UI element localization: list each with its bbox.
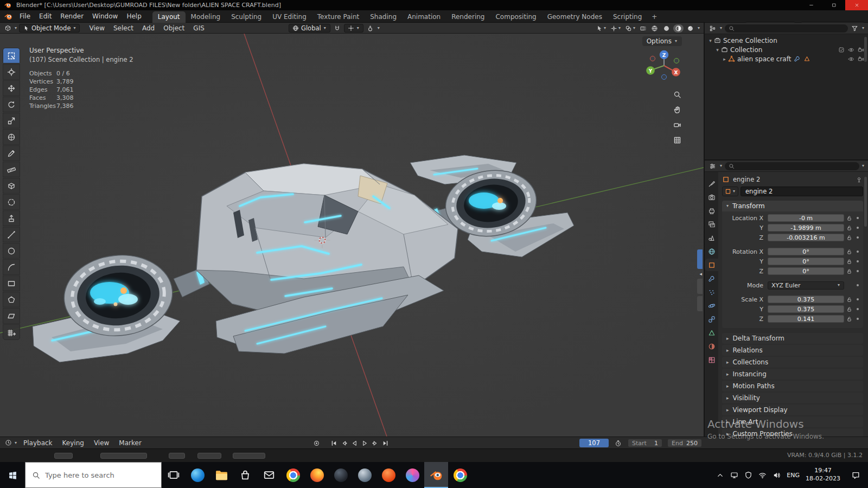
section-instancing[interactable]: ▸Instancing: [722, 369, 863, 380]
blender-menu-icon[interactable]: [4, 12, 12, 21]
properties-tab-texture[interactable]: [705, 354, 718, 366]
tool-select-circle[interactable]: [3, 194, 20, 210]
lock-open-icon[interactable]: [844, 215, 854, 221]
viewport-menu-view[interactable]: View: [85, 24, 108, 32]
properties-tab-constraints[interactable]: [705, 313, 718, 325]
shade-render-button[interactable]: [685, 24, 695, 33]
taskbar-app-file-explorer[interactable]: [209, 462, 233, 488]
camera-toggle[interactable]: [858, 47, 864, 53]
keyframe-dot[interactable]: [854, 270, 861, 272]
menu-file[interactable]: File: [15, 12, 35, 20]
tool-line-draw[interactable]: [3, 227, 20, 242]
properties-options-caret[interactable]: ▾: [862, 164, 864, 168]
keyframe-dot[interactable]: [854, 284, 861, 286]
taskbar-app-firefox[interactable]: [305, 462, 329, 488]
keyframe-dot[interactable]: [854, 318, 861, 320]
timeline-menu-keying[interactable]: Keying: [58, 439, 89, 447]
current-frame-field[interactable]: 107: [579, 439, 609, 447]
toggle-ortho-button[interactable]: [671, 133, 684, 146]
eye-toggle[interactable]: [848, 56, 854, 62]
lock-open-icon[interactable]: [844, 306, 854, 312]
section-motion-paths[interactable]: ▸Motion Paths: [722, 381, 863, 391]
properties-tab-object[interactable]: [705, 259, 718, 271]
workspace-tab-scripting[interactable]: Scripting: [608, 11, 647, 23]
tool-extrude[interactable]: [3, 210, 20, 226]
preview-range-button[interactable]: [614, 440, 623, 447]
taskbar-app-mail[interactable]: [257, 462, 281, 488]
number-field[interactable]: 0°: [768, 258, 844, 265]
3d-viewport[interactable]: User Perspective (107) Scene Collection …: [0, 34, 704, 436]
axis-x-ball[interactable]: X: [672, 68, 680, 76]
lock-open-icon[interactable]: [844, 225, 854, 231]
next-keyframe-button[interactable]: [370, 438, 380, 448]
jump-start-button[interactable]: [329, 438, 339, 448]
tool-select-box[interactable]: [3, 48, 20, 63]
transform-panel-header[interactable]: ▾ Transform: [722, 201, 863, 211]
timeline-menu-view[interactable]: View: [89, 439, 114, 447]
section-custom-properties[interactable]: ▸Custom Properties: [722, 428, 863, 436]
tool-annotate[interactable]: [3, 145, 20, 161]
number-field[interactable]: -1.9899 m: [768, 224, 844, 232]
gizmos-button[interactable]: ▾: [609, 25, 622, 32]
properties-tab-render[interactable]: [705, 191, 718, 203]
workspace-tab-compositing[interactable]: Compositing: [490, 11, 541, 23]
number-field[interactable]: -0 m: [768, 214, 844, 222]
workspace-tab-rendering[interactable]: Rendering: [446, 11, 490, 23]
pin-icon[interactable]: [856, 177, 862, 183]
outliner-row-collection[interactable]: ▾Collection: [705, 45, 868, 54]
number-field[interactable]: 0°: [768, 248, 844, 255]
menu-help[interactable]: Help: [122, 12, 145, 20]
options-button[interactable]: Options ▾: [642, 36, 682, 46]
tool-measure[interactable]: [3, 162, 20, 177]
lock-open-icon[interactable]: [844, 297, 854, 303]
shading-dropdown-caret[interactable]: ▾: [698, 26, 700, 30]
viewport-menu-object[interactable]: Object: [159, 24, 189, 32]
chevron-up-icon[interactable]: [716, 471, 724, 479]
tool-transform[interactable]: [3, 129, 20, 145]
workspace-tab-animation[interactable]: Animation: [402, 11, 446, 23]
section-viewport-display[interactable]: ▸Viewport Display: [722, 404, 863, 415]
eye-toggle[interactable]: [848, 47, 854, 53]
snap-toggle-button[interactable]: [333, 25, 342, 32]
workspace-tab-shading[interactable]: Shading: [365, 11, 402, 23]
lock-open-icon[interactable]: [844, 249, 854, 255]
wifi-icon[interactable]: [758, 471, 767, 479]
axis-z-neg-ball[interactable]: [662, 75, 667, 80]
play-button[interactable]: [360, 438, 369, 448]
taskbar-app-chrome[interactable]: [281, 462, 305, 488]
keyframe-dot[interactable]: [854, 217, 861, 219]
menu-window[interactable]: Window: [88, 12, 122, 20]
volume-icon[interactable]: [773, 471, 781, 479]
taskbar-search[interactable]: [25, 462, 162, 488]
sidebar-tab[interactable]: [697, 296, 703, 311]
workspace-tab-sculpting[interactable]: Sculpting: [226, 11, 267, 23]
frame-start-field[interactable]: Start 1: [628, 439, 662, 447]
auto-keying-button[interactable]: [311, 438, 321, 448]
menu-render[interactable]: Render: [56, 12, 88, 20]
tool-scale[interactable]: [3, 113, 20, 129]
keyframe-dot[interactable]: [854, 236, 861, 239]
lock-open-icon[interactable]: [844, 235, 854, 241]
axis-z-ball[interactable]: Z: [660, 50, 668, 59]
tool-arc-draw[interactable]: [3, 259, 20, 275]
transform-orientation-dropdown[interactable]: Global ▾: [289, 24, 330, 33]
rotation-mode-dropdown[interactable]: XYZ Euler▾: [768, 281, 844, 290]
properties-tab-physics[interactable]: [705, 299, 718, 312]
outliner-row-scene-collection[interactable]: ▾Scene Collection: [705, 36, 868, 45]
properties-tab-material[interactable]: [705, 340, 718, 352]
xray-button[interactable]: [639, 25, 648, 32]
number-field[interactable]: 0.375: [768, 296, 844, 303]
snap-settings-dropdown[interactable]: ▾: [344, 24, 363, 33]
keyframe-dot[interactable]: [854, 260, 861, 262]
add-workspace-button[interactable]: +: [647, 11, 661, 23]
shade-material-button[interactable]: [673, 24, 684, 33]
keyframe-dot[interactable]: [854, 251, 861, 253]
outliner-editor-button[interactable]: [708, 25, 717, 32]
outliner-row-alien-space-craft[interactable]: ▸alien space craft: [705, 54, 868, 63]
overlays-button[interactable]: ▾: [624, 25, 637, 32]
properties-editor-button[interactable]: [708, 163, 717, 170]
number-field[interactable]: 0.141: [768, 315, 844, 323]
tool-circle-draw[interactable]: [3, 243, 20, 259]
action-center-button[interactable]: [846, 462, 865, 488]
checkbox-toggle[interactable]: [838, 47, 845, 53]
